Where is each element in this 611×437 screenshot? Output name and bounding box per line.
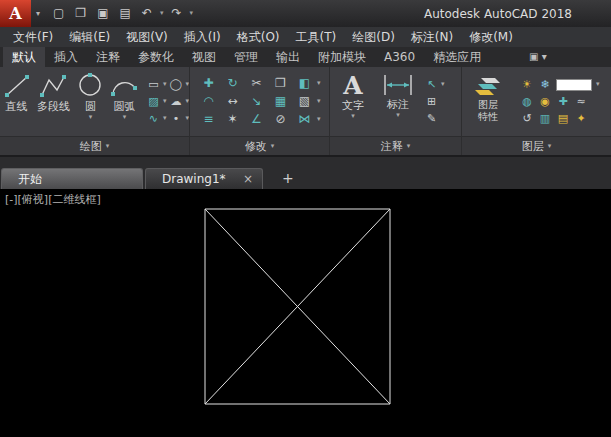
layers-row: ☀ ❄ ▾ — [520, 78, 600, 91]
ribbon-tab-a360[interactable]: A360 — [375, 47, 424, 67]
ribbon-tab-addins[interactable]: 附加模块 — [309, 47, 375, 67]
draw-panel-title[interactable]: 绘图 ▾ — [0, 136, 189, 155]
hatch-icon[interactable]: ▨ — [146, 95, 161, 108]
modify-row1-dropdown-icon[interactable]: ▾ — [317, 80, 321, 87]
rectangle-icon[interactable]: ▭ — [146, 78, 161, 91]
trim-icon[interactable]: ✂ — [245, 76, 268, 91]
menu-modify[interactable]: 修改(M) — [461, 27, 521, 47]
dimension-label: 标注 — [387, 99, 409, 111]
dimension-dropdown-icon[interactable]: ▾ — [396, 112, 400, 119]
layer-match-icon[interactable]: ≈ — [574, 95, 588, 108]
text-style-icon[interactable]: ✎ — [424, 112, 439, 125]
erase-icon[interactable]: ▧ — [293, 94, 316, 109]
plot-icon[interactable]: ▤ — [115, 0, 134, 27]
layers-panel-title[interactable]: 图层 ▾ — [462, 136, 611, 155]
new-icon[interactable]: ▢ — [49, 0, 68, 27]
layer-properties-button[interactable]: 图层 特性 — [462, 67, 514, 136]
arc-dropdown-icon[interactable]: ▾ — [123, 114, 127, 121]
layer-new-icon[interactable]: ✦ — [574, 112, 588, 125]
rectangle-dropdown-icon[interactable]: ▾ — [163, 81, 167, 88]
layers-panel-expand-icon[interactable]: ▾ — [548, 143, 552, 150]
ribbon-tab-home[interactable]: 默认 — [3, 47, 45, 67]
layer-lock-icon[interactable]: ◍ — [520, 95, 534, 108]
circle-dropdown-icon[interactable]: ▾ — [89, 114, 93, 121]
ribbon-display-toggle-icon[interactable]: ▣ ▾ — [529, 47, 547, 67]
layer-make-current-icon[interactable]: ✚ — [556, 95, 570, 108]
close-tab-icon[interactable]: × — [235, 172, 253, 186]
spline-dropdown-icon[interactable]: ▾ — [163, 115, 167, 122]
mirror-icon[interactable]: ◧ — [293, 76, 316, 91]
menu-file[interactable]: 文件(F) — [5, 27, 61, 47]
modify-row3-dropdown-icon[interactable]: ▾ — [317, 116, 321, 123]
ribbon-tab-output[interactable]: 输出 — [267, 47, 309, 67]
explode-icon[interactable]: ✶ — [221, 112, 244, 127]
copy-icon[interactable]: ❐ — [269, 76, 292, 91]
offset-icon[interactable]: ≡ — [197, 112, 220, 127]
drawing-canvas[interactable]: [-][俯视][二维线框] — [0, 189, 611, 437]
scale-icon[interactable]: ↘ — [245, 94, 268, 109]
revision-cloud-icon[interactable]: ☁ — [168, 95, 183, 108]
modify-panel-expand-icon[interactable]: ▾ — [271, 143, 275, 150]
menu-edit[interactable]: 编辑(E) — [61, 27, 118, 47]
ribbon-tab-annotate[interactable]: 注释 — [87, 47, 129, 67]
layer-freeze-icon[interactable]: ❄ — [538, 78, 552, 91]
open-icon[interactable]: ❐ — [71, 0, 90, 27]
layer-on-icon[interactable]: ☀ — [520, 78, 534, 91]
application-menu-button[interactable]: A — [0, 0, 31, 27]
fillet-icon[interactable]: ◠ — [197, 94, 220, 109]
menu-dimension[interactable]: 标注(N) — [403, 27, 461, 47]
menu-insert[interactable]: 插入(I) — [176, 27, 229, 47]
circle-label: 圆 — [85, 101, 96, 113]
text-button[interactable]: A 文字 ▾ — [330, 67, 376, 136]
layer-previous-icon[interactable]: ↺ — [520, 112, 534, 125]
leader-icon[interactable]: ↖ — [424, 78, 439, 91]
draw-panel-expand-icon[interactable]: ▾ — [106, 143, 110, 150]
ribbon-tab-parametric[interactable]: 参数化 — [129, 47, 183, 67]
ribbon-tab-featured-apps[interactable]: 精选应用 — [424, 47, 490, 67]
menu-format[interactable]: 格式(O) — [229, 27, 288, 47]
break-icon[interactable]: ⊘ — [269, 112, 292, 127]
leader-dropdown-icon[interactable]: ▾ — [441, 81, 445, 88]
new-tab-icon[interactable]: + — [277, 168, 299, 189]
menu-tools[interactable]: 工具(T) — [288, 27, 345, 47]
modify-panel-title[interactable]: 修改 ▾ — [190, 136, 329, 155]
hatch-dropdown-icon[interactable]: ▾ — [163, 98, 167, 105]
move-icon[interactable]: ✚ — [197, 76, 220, 91]
rotate-icon[interactable]: ↻ — [221, 76, 244, 91]
application-menu-dropdown-icon[interactable]: ▾ — [31, 9, 45, 18]
ellipse-icon[interactable]: ◯ — [168, 78, 183, 91]
ribbon-tab-manage[interactable]: 管理 — [225, 47, 267, 67]
layer-color-swatch[interactable] — [556, 79, 592, 91]
modify-row2-dropdown-icon[interactable]: ▾ — [317, 98, 321, 105]
dimension-button[interactable]: 标注 ▾ — [376, 67, 420, 136]
ribbon-tab-view[interactable]: 视图 — [183, 47, 225, 67]
table-icon[interactable]: ⊞ — [424, 95, 439, 108]
file-tab-drawing1[interactable]: Drawing1* × — [145, 168, 263, 189]
undo-dropdown-icon[interactable]: ▾ — [159, 0, 165, 27]
save-icon[interactable]: ▣ — [93, 0, 112, 27]
spline-icon[interactable]: ∿ — [146, 112, 161, 125]
circle-button[interactable]: 圆 ▾ — [74, 67, 107, 136]
menu-view[interactable]: 视图(V) — [118, 27, 176, 47]
ribbon-tab-insert[interactable]: 插入 — [45, 47, 87, 67]
redo-icon[interactable]: ↷ — [167, 0, 185, 27]
undo-icon[interactable]: ↶ — [138, 0, 156, 27]
redo-dropdown-icon[interactable]: ▾ — [188, 0, 194, 27]
layer-dropdown-icon[interactable]: ▾ — [596, 81, 600, 88]
layer-isolate-icon[interactable]: ◉ — [538, 95, 552, 108]
menu-draw[interactable]: 绘图(D) — [344, 27, 403, 47]
layer-merge-icon[interactable]: ▤ — [556, 112, 570, 125]
text-dropdown-icon[interactable]: ▾ — [351, 113, 355, 120]
chamfer-icon[interactable]: ∠ — [245, 112, 268, 127]
annotation-panel-title[interactable]: 注释 ▾ — [330, 136, 461, 155]
array-icon[interactable]: ▦ — [269, 94, 292, 109]
arc-button[interactable]: 圆弧 ▾ — [107, 67, 142, 136]
polyline-button[interactable]: 多段线 — [33, 67, 74, 136]
join-icon[interactable]: ⋈ — [293, 112, 316, 127]
point-icon[interactable]: • — [168, 112, 183, 125]
annotation-panel-expand-icon[interactable]: ▾ — [407, 143, 411, 150]
stretch-icon[interactable]: ↔ — [221, 94, 244, 109]
file-tab-start[interactable]: 开始 — [1, 168, 143, 189]
layer-walk-icon[interactable]: ▥ — [538, 112, 552, 125]
line-button[interactable]: 直线 — [0, 67, 33, 136]
